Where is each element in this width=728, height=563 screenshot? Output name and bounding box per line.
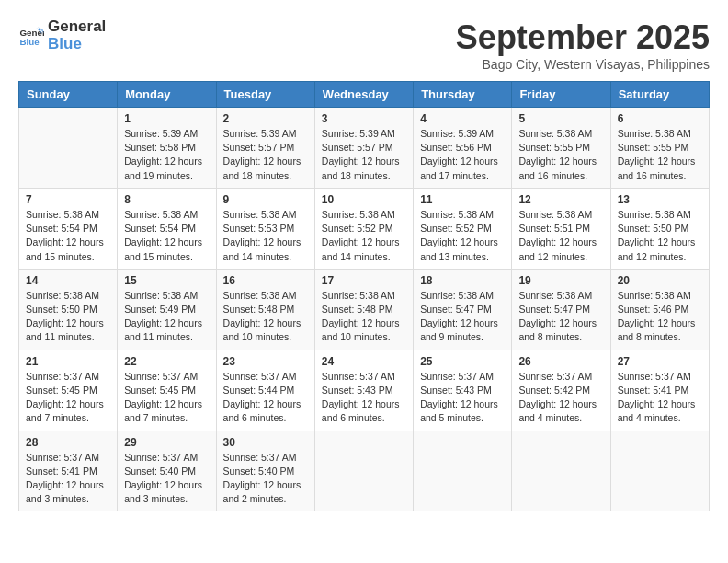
day-number: 11 <box>420 193 505 206</box>
calendar-cell: 24Sunrise: 5:37 AM Sunset: 5:43 PM Dayli… <box>314 350 413 431</box>
day-number: 10 <box>322 193 406 206</box>
calendar-cell: 19Sunrise: 5:38 AM Sunset: 5:47 PM Dayli… <box>512 269 610 350</box>
day-number: 12 <box>518 193 603 206</box>
calendar-cell: 14Sunrise: 5:38 AM Sunset: 5:50 PM Dayli… <box>19 269 118 350</box>
day-number: 26 <box>518 355 603 368</box>
day-number: 5 <box>518 112 603 125</box>
calendar-header-friday: Friday <box>512 82 610 108</box>
calendar-cell <box>610 431 709 511</box>
logo-general: General <box>48 18 106 36</box>
day-number: 9 <box>223 193 308 206</box>
calendar-cell: 17Sunrise: 5:38 AM Sunset: 5:48 PM Dayli… <box>314 269 413 350</box>
calendar-week-5: 28Sunrise: 5:37 AM Sunset: 5:41 PM Dayli… <box>19 431 710 511</box>
month-title: September 2025 <box>456 18 710 57</box>
day-info: Sunrise: 5:38 AM Sunset: 5:49 PM Dayligh… <box>124 289 209 345</box>
day-info: Sunrise: 5:37 AM Sunset: 5:43 PM Dayligh… <box>322 370 406 426</box>
day-number: 19 <box>518 274 603 287</box>
day-info: Sunrise: 5:37 AM Sunset: 5:42 PM Dayligh… <box>518 370 603 426</box>
calendar-week-2: 7Sunrise: 5:38 AM Sunset: 5:54 PM Daylig… <box>19 188 710 269</box>
day-info: Sunrise: 5:37 AM Sunset: 5:40 PM Dayligh… <box>223 451 308 507</box>
calendar-header-sunday: Sunday <box>19 82 118 108</box>
calendar-cell: 11Sunrise: 5:38 AM Sunset: 5:52 PM Dayli… <box>414 188 512 269</box>
day-number: 27 <box>618 355 702 368</box>
day-info: Sunrise: 5:39 AM Sunset: 5:58 PM Dayligh… <box>124 127 209 183</box>
calendar-cell: 25Sunrise: 5:37 AM Sunset: 5:43 PM Dayli… <box>414 350 512 431</box>
day-info: Sunrise: 5:37 AM Sunset: 5:43 PM Dayligh… <box>420 370 505 426</box>
calendar-header-row: SundayMondayTuesdayWednesdayThursdayFrid… <box>19 82 710 108</box>
calendar-cell: 4Sunrise: 5:39 AM Sunset: 5:56 PM Daylig… <box>414 108 512 189</box>
logo-icon: General Blue <box>18 23 44 49</box>
day-info: Sunrise: 5:38 AM Sunset: 5:50 PM Dayligh… <box>618 208 702 264</box>
day-info: Sunrise: 5:38 AM Sunset: 5:48 PM Dayligh… <box>322 289 406 345</box>
calendar-cell <box>19 108 118 189</box>
calendar-cell <box>414 431 512 511</box>
calendar-cell: 12Sunrise: 5:38 AM Sunset: 5:51 PM Dayli… <box>512 188 610 269</box>
day-number: 4 <box>420 112 505 125</box>
day-number: 14 <box>26 274 110 287</box>
calendar-header-saturday: Saturday <box>610 82 709 108</box>
calendar-cell: 15Sunrise: 5:38 AM Sunset: 5:49 PM Dayli… <box>118 269 216 350</box>
day-number: 13 <box>618 193 702 206</box>
calendar-cell: 21Sunrise: 5:37 AM Sunset: 5:45 PM Dayli… <box>19 350 118 431</box>
calendar-header-monday: Monday <box>118 82 216 108</box>
calendar-cell: 22Sunrise: 5:37 AM Sunset: 5:45 PM Dayli… <box>118 350 216 431</box>
day-info: Sunrise: 5:38 AM Sunset: 5:54 PM Dayligh… <box>124 208 209 264</box>
day-number: 20 <box>618 274 702 287</box>
calendar-table: SundayMondayTuesdayWednesdayThursdayFrid… <box>18 81 710 511</box>
day-number: 15 <box>124 274 209 287</box>
day-info: Sunrise: 5:38 AM Sunset: 5:47 PM Dayligh… <box>518 289 603 345</box>
calendar-cell: 7Sunrise: 5:38 AM Sunset: 5:54 PM Daylig… <box>19 188 118 269</box>
day-number: 2 <box>223 112 308 125</box>
calendar-cell: 16Sunrise: 5:38 AM Sunset: 5:48 PM Dayli… <box>216 269 314 350</box>
day-number: 3 <box>322 112 406 125</box>
calendar-week-1: 1Sunrise: 5:39 AM Sunset: 5:58 PM Daylig… <box>19 108 710 189</box>
day-info: Sunrise: 5:38 AM Sunset: 5:55 PM Dayligh… <box>518 127 603 183</box>
calendar-cell: 2Sunrise: 5:39 AM Sunset: 5:57 PM Daylig… <box>216 108 314 189</box>
calendar-cell: 26Sunrise: 5:37 AM Sunset: 5:42 PM Dayli… <box>512 350 610 431</box>
day-number: 16 <box>223 274 308 287</box>
day-info: Sunrise: 5:38 AM Sunset: 5:52 PM Dayligh… <box>322 208 406 264</box>
title-section: September 2025 Bago City, Western Visaya… <box>456 18 710 72</box>
day-number: 18 <box>420 274 505 287</box>
day-info: Sunrise: 5:39 AM Sunset: 5:56 PM Dayligh… <box>420 127 505 183</box>
day-number: 17 <box>322 274 406 287</box>
calendar-cell: 9Sunrise: 5:38 AM Sunset: 5:53 PM Daylig… <box>216 188 314 269</box>
day-number: 23 <box>223 355 308 368</box>
calendar-cell: 1Sunrise: 5:39 AM Sunset: 5:58 PM Daylig… <box>118 108 216 189</box>
day-number: 30 <box>223 436 308 449</box>
day-info: Sunrise: 5:38 AM Sunset: 5:50 PM Dayligh… <box>26 289 110 345</box>
day-info: Sunrise: 5:37 AM Sunset: 5:41 PM Dayligh… <box>26 451 110 507</box>
calendar-cell <box>512 431 610 511</box>
day-number: 7 <box>26 193 110 206</box>
day-number: 29 <box>124 436 209 449</box>
day-number: 1 <box>124 112 209 125</box>
day-info: Sunrise: 5:39 AM Sunset: 5:57 PM Dayligh… <box>223 127 308 183</box>
day-info: Sunrise: 5:37 AM Sunset: 5:41 PM Dayligh… <box>618 370 702 426</box>
day-info: Sunrise: 5:37 AM Sunset: 5:40 PM Dayligh… <box>124 451 209 507</box>
day-number: 21 <box>26 355 110 368</box>
day-number: 8 <box>124 193 209 206</box>
day-number: 24 <box>322 355 406 368</box>
calendar-cell: 13Sunrise: 5:38 AM Sunset: 5:50 PM Dayli… <box>610 188 709 269</box>
day-info: Sunrise: 5:38 AM Sunset: 5:51 PM Dayligh… <box>518 208 603 264</box>
calendar-week-4: 21Sunrise: 5:37 AM Sunset: 5:45 PM Dayli… <box>19 350 710 431</box>
calendar-cell: 3Sunrise: 5:39 AM Sunset: 5:57 PM Daylig… <box>314 108 413 189</box>
calendar-cell: 8Sunrise: 5:38 AM Sunset: 5:54 PM Daylig… <box>118 188 216 269</box>
day-info: Sunrise: 5:38 AM Sunset: 5:52 PM Dayligh… <box>420 208 505 264</box>
day-info: Sunrise: 5:38 AM Sunset: 5:47 PM Dayligh… <box>420 289 505 345</box>
svg-text:Blue: Blue <box>19 36 40 46</box>
day-number: 25 <box>420 355 505 368</box>
location-title: Bago City, Western Visayas, Philippines <box>456 57 710 72</box>
calendar-body: 1Sunrise: 5:39 AM Sunset: 5:58 PM Daylig… <box>19 108 710 511</box>
day-info: Sunrise: 5:38 AM Sunset: 5:55 PM Dayligh… <box>618 127 702 183</box>
calendar-cell: 6Sunrise: 5:38 AM Sunset: 5:55 PM Daylig… <box>610 108 709 189</box>
calendar-cell <box>314 431 413 511</box>
calendar-cell: 5Sunrise: 5:38 AM Sunset: 5:55 PM Daylig… <box>512 108 610 189</box>
calendar-cell: 23Sunrise: 5:37 AM Sunset: 5:44 PM Dayli… <box>216 350 314 431</box>
day-info: Sunrise: 5:37 AM Sunset: 5:44 PM Dayligh… <box>223 370 308 426</box>
calendar-week-3: 14Sunrise: 5:38 AM Sunset: 5:50 PM Dayli… <box>19 269 710 350</box>
day-info: Sunrise: 5:38 AM Sunset: 5:54 PM Dayligh… <box>26 208 110 264</box>
logo: General Blue General Blue <box>18 18 106 52</box>
calendar-header-tuesday: Tuesday <box>216 82 314 108</box>
calendar-cell: 20Sunrise: 5:38 AM Sunset: 5:46 PM Dayli… <box>610 269 709 350</box>
